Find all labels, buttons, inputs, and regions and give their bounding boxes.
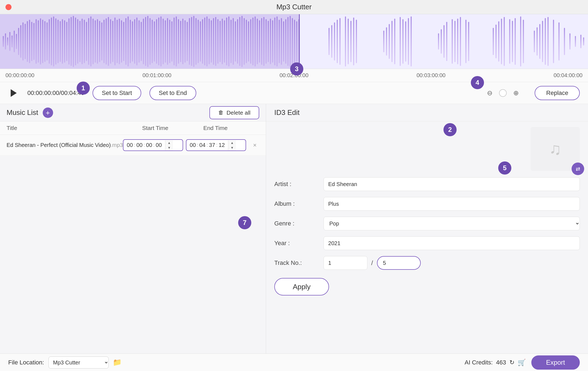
right-panel: ID3 Edit ♫ ⇄ Artist : Album : (266, 104, 588, 353)
svg-rect-187 (580, 35, 581, 48)
svg-rect-182 (553, 20, 554, 63)
album-field-row: Album : (274, 197, 580, 211)
timeline-marker-1: 00:01:00:00 (143, 72, 172, 79)
main-content: Music List + 🗑 Delete all Title Start Ti… (0, 104, 588, 353)
svg-rect-158 (443, 25, 445, 58)
apply-button[interactable]: Apply (274, 278, 329, 295)
start-time-fields: 00 : 00 : 00 : 00 (123, 140, 165, 150)
export-button[interactable]: Export (531, 355, 580, 370)
app-title: Mp3 Cutter (276, 3, 312, 11)
album-input[interactable] (324, 197, 580, 211)
svg-rect-138 (334, 22, 335, 60)
track-no-input[interactable] (324, 256, 367, 270)
track-separator: / (371, 259, 373, 267)
artist-input[interactable] (324, 177, 580, 191)
timeline-markers: 00:00:00:00 00:01:00:00 00:02:00:00 00:0… (3, 72, 585, 79)
set-to-start-button[interactable]: Set to Start (93, 86, 141, 100)
time-display: 00:00:00:00/00:04:40 (27, 89, 84, 97)
ai-credits-label: AI Credits: (465, 359, 493, 366)
track-no-row: Track No.: / (274, 256, 580, 270)
remove-track-button[interactable]: × (250, 141, 259, 150)
col-end-header: End Time (185, 125, 246, 131)
end-time-spinner[interactable]: ▲ ▼ (228, 140, 236, 150)
ai-credits: AI Credits: 463 ↻ 🛒 (465, 359, 526, 366)
svg-rect-183 (558, 22, 560, 60)
genre-select[interactable]: Pop Rock Jazz Classical Hip-Hop (324, 217, 580, 230)
svg-rect-160 (452, 19, 453, 64)
controls-bar: 00:00:00:00/00:04:40 Set to Start Set to… (0, 82, 588, 104)
svg-rect-178 (539, 24, 540, 59)
svg-rect-184 (564, 28, 565, 55)
start-time-input[interactable]: 00 : 00 : 00 : 00 ▲ ▼ (123, 139, 183, 151)
timeline-marker-3: 00:03:00:00 (417, 72, 446, 79)
id3-edit-header: ID3 Edit (266, 104, 588, 121)
album-label: Album : (274, 200, 324, 207)
genre-field-row: Genre : Pop Rock Jazz Classical Hip-Hop (274, 217, 580, 230)
end-time-input[interactable]: 00 : 04 : 37 : 12 ▲ ▼ (186, 139, 246, 151)
end-time-up[interactable]: ▲ (228, 140, 236, 145)
track-total-input[interactable] (377, 256, 421, 270)
play-icon (11, 89, 17, 97)
svg-rect-154 (408, 18, 409, 65)
svg-rect-179 (542, 21, 543, 62)
start-time-spinner[interactable]: ▲ ▼ (165, 140, 173, 150)
svg-rect-152 (402, 19, 403, 64)
svg-rect-173 (515, 18, 516, 65)
svg-rect-169 (501, 19, 502, 64)
album-art-area: ♫ ⇄ (274, 127, 580, 171)
set-to-end-button[interactable]: Set to End (149, 86, 196, 100)
svg-rect-174 (520, 16, 521, 66)
svg-rect-172 (512, 21, 513, 62)
svg-rect-186 (575, 36, 576, 47)
start-time-down[interactable]: ▼ (165, 145, 173, 150)
svg-rect-139 (337, 20, 338, 63)
track-name: Ed Sheeran - Perfect (Official Music Vid… (7, 142, 123, 148)
svg-rect-161 (454, 21, 456, 62)
svg-rect-170 (504, 17, 505, 66)
svg-rect-155 (411, 16, 412, 66)
zoom-controls: ⊖ ⊕ (485, 88, 521, 98)
year-label: Year : (274, 240, 324, 247)
svg-rect-136 (328, 28, 330, 55)
svg-rect-142 (348, 19, 349, 64)
waveform-container[interactable] (0, 14, 588, 69)
svg-rect-167 (495, 25, 497, 58)
start-time-up[interactable]: ▲ (165, 140, 173, 145)
file-location-select[interactable]: Mp3 Cutter (48, 356, 109, 369)
svg-rect-177 (537, 27, 538, 56)
svg-rect-165 (468, 22, 469, 61)
refresh-icon[interactable]: ↻ (509, 359, 514, 366)
id3-content: ♫ ⇄ Artist : Album : Genre : Pop Rock (266, 121, 588, 353)
year-field-row: Year : (274, 236, 580, 250)
artist-label: Artist : (274, 181, 324, 188)
open-folder-button[interactable]: 📁 (111, 357, 123, 368)
add-track-button[interactable]: + (43, 108, 53, 118)
zoom-in-button[interactable]: ⊕ (511, 88, 521, 98)
music-note-icon: ♫ (549, 140, 561, 158)
file-location-label: File Location: (8, 359, 44, 366)
replace-art-button[interactable]: ⇄ (572, 163, 584, 175)
svg-rect-147 (386, 27, 387, 56)
svg-rect-175 (523, 20, 524, 63)
cart-icon[interactable]: 🛒 (518, 359, 526, 366)
timeline: 00:00:00:00 00:01:00:00 00:02:00:00 00:0… (0, 69, 588, 82)
svg-rect-163 (460, 17, 461, 66)
timeline-marker-0: 00:00:00:00 (5, 72, 34, 79)
svg-rect-137 (331, 25, 332, 58)
delete-all-button[interactable]: 🗑 Delete all (209, 106, 259, 119)
end-time-down[interactable]: ▼ (228, 145, 236, 150)
play-button[interactable] (8, 88, 19, 98)
close-dot[interactable] (5, 4, 11, 10)
replace-button[interactable]: Replace (535, 86, 580, 100)
zoom-out-button[interactable]: ⊖ (485, 88, 495, 98)
svg-rect-150 (394, 19, 395, 64)
music-list-header: Music List + 🗑 Delete all (0, 104, 266, 121)
svg-rect-140 (339, 18, 341, 65)
traffic-lights (5, 4, 11, 10)
year-input[interactable] (324, 236, 580, 250)
svg-rect-144 (353, 18, 354, 65)
svg-rect-185 (569, 33, 570, 50)
svg-rect-188 (583, 37, 584, 46)
left-panel: Music List + 🗑 Delete all Title Start Ti… (0, 104, 266, 353)
ai-credits-value: 463 (496, 359, 506, 366)
